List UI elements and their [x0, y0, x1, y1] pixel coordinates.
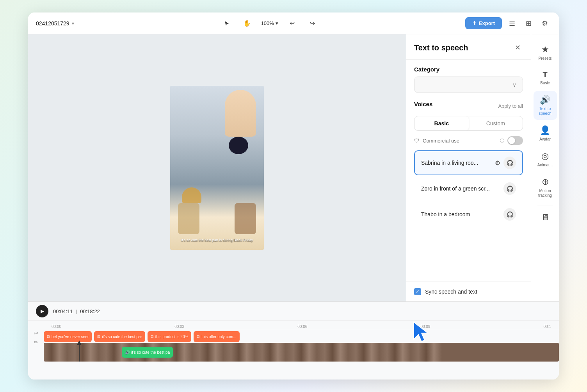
zoom-selector[interactable]: 100% ▾: [261, 20, 278, 26]
crop-icon[interactable]: ✂: [34, 330, 38, 336]
sync-row: ✓ Sync speech and text: [406, 282, 531, 301]
chip-text: this product is 20%: [155, 335, 189, 339]
tune-icon[interactable]: ⚙: [495, 159, 500, 167]
settings-button[interactable]: ⚙: [539, 17, 551, 30]
sidebar-item-animate[interactable]: ◎ Animat...: [534, 147, 557, 171]
commercial-row: 🛡 Commercial use ⓘ: [414, 136, 523, 145]
tts-panel-title: Text to speech: [414, 43, 468, 52]
sidebar-item-motion-tracking[interactable]: ⊕ Motiontracking: [534, 173, 557, 202]
project-title[interactable]: 02412051729 ▾: [36, 20, 74, 27]
subtitle-chip[interactable]: ⊡ bet you've never seer: [44, 331, 92, 342]
voice-item[interactable]: Sabrina in a living roo... ⚙ 🎧: [414, 150, 523, 175]
play-button[interactable]: ▶: [36, 305, 48, 317]
voice-name: Thabo in a bedroom: [421, 211, 470, 217]
tts-chip[interactable]: 🔊 it's so cute the best pa: [122, 347, 173, 358]
select-tool-button[interactable]: [221, 17, 233, 30]
sidebar-item-label: Basic: [540, 81, 550, 86]
export-button[interactable]: ⬆ Export: [465, 17, 502, 29]
sidebar-item-label: Presets: [539, 56, 552, 61]
apply-all-button[interactable]: Apply to all: [498, 103, 523, 109]
ruler-mark: 00:1: [544, 324, 551, 329]
commercial-label: Commercial use: [423, 138, 497, 144]
video-subtitle: It's so cute the best part is during Bla…: [181, 238, 253, 242]
voice-item[interactable]: Zoro in front of a green scr... 🎧: [414, 176, 523, 201]
tts-panel-header: Text to speech ✕: [406, 34, 531, 60]
subtitle-chip[interactable]: ⊡ it's so cute the best par: [94, 331, 145, 342]
text-to-speech-icon: 🔊: [540, 95, 550, 105]
header-right: ⬆ Export ☰ ⊞ ⚙: [465, 17, 551, 30]
voices-header: Voices Apply to all: [414, 101, 523, 111]
voices-tabs: Basic Custom: [414, 116, 523, 131]
sidebar-item-monitor[interactable]: 🖥: [534, 208, 557, 226]
voice-name: Zoro in front of a green scr...: [421, 185, 490, 192]
sidebar-item-label: Animat...: [537, 163, 553, 167]
subtitle-chip[interactable]: ⊡ this product is 20%: [148, 331, 192, 342]
category-dropdown[interactable]: ∨: [414, 77, 523, 93]
voices-label: Voices: [414, 101, 432, 107]
tab-basic[interactable]: Basic: [414, 116, 469, 130]
sync-checkbox[interactable]: ✓: [414, 288, 421, 295]
voice-name: Sabrina in a living roo...: [421, 160, 478, 166]
video-preview: It's so cute the best part is during Bla…: [170, 86, 264, 250]
tts-chip-text: it's so cute the best pa: [131, 350, 170, 355]
cylinder-right-decoration: [235, 203, 256, 234]
caption-icon: ⊡: [197, 335, 200, 339]
voice-play-button[interactable]: 🎧: [503, 182, 516, 195]
tts-panel: Text to speech ✕ Category ∨ Voices Apply…: [406, 34, 531, 301]
sidebar-item-text-to-speech[interactable]: 🔊 Text tospeech: [534, 91, 557, 120]
commercial-toggle[interactable]: [507, 136, 523, 145]
sync-label: Sync speech and text: [425, 289, 477, 295]
chip-text: bet you've never seer: [52, 335, 89, 339]
tab-custom[interactable]: Custom: [469, 116, 523, 130]
timeline-controls: ▶ 00:04:11 | 00:18:22: [28, 302, 559, 321]
current-time: 00:04:11: [53, 308, 73, 314]
hand-tool-button[interactable]: ✋: [241, 17, 253, 30]
presets-icon: ★: [541, 45, 549, 55]
cylinder-left-decoration: [178, 203, 199, 234]
tts-body: Category ∨ Voices Apply to all Basic Cus…: [406, 60, 531, 282]
sidebar-item-avatar[interactable]: 👤 Avatar: [534, 121, 557, 146]
time-separator: |: [76, 308, 78, 314]
avatar-icon: 👤: [540, 125, 550, 135]
undo-button[interactable]: ↩: [286, 17, 299, 30]
caption-icon: ⊡: [47, 335, 50, 339]
info-icon[interactable]: ⓘ: [500, 138, 504, 144]
voice-controls: 🎧: [503, 208, 516, 221]
burger-decoration: [182, 187, 201, 203]
subtitle-chip[interactable]: ⊡ this offer only com...: [194, 331, 239, 342]
edit-icon[interactable]: ✏: [34, 339, 38, 345]
chip-text: this offer only com...: [201, 335, 236, 339]
ruler-line: [52, 330, 559, 330]
bear-decoration: [229, 137, 248, 154]
animate-icon: ◎: [541, 151, 549, 161]
ruler-labels: 00:00 00:03 00:06 00:09 00:1: [52, 324, 551, 329]
toggle-knob: [508, 137, 515, 144]
caption-icon: ⊡: [97, 335, 100, 339]
sidebar-icons: ★ Presets T Basic 🔊 Text tospeech 👤 Avat…: [531, 34, 559, 301]
main-area: It's so cute the best part is during Bla…: [28, 34, 559, 301]
ruler-mark: 00:09: [420, 324, 430, 329]
ruler-mark: 00:03: [174, 324, 184, 329]
motion-tracking-icon: ⊕: [542, 177, 549, 187]
timeline-ruler: 00:00 00:03 00:06 00:09 00:1: [44, 321, 559, 330]
category-label: Category: [414, 66, 523, 73]
close-button[interactable]: ✕: [512, 42, 523, 53]
voice-play-button[interactable]: 🎧: [503, 208, 516, 221]
voice-controls: 🎧: [503, 182, 516, 195]
playhead: [79, 343, 80, 362]
tts-chip-icon: 🔊: [125, 350, 130, 355]
zoom-value: 100%: [261, 20, 274, 26]
toolbar: ✋ 100% ▾ ↩ ↪: [79, 17, 461, 30]
voice-play-button[interactable]: 🎧: [503, 157, 516, 169]
layout-split-button[interactable]: ⊞: [522, 17, 535, 30]
redo-button[interactable]: ↪: [306, 17, 319, 30]
sidebar-item-presets[interactable]: ★ Presets: [534, 41, 557, 65]
layout-list-button[interactable]: ☰: [506, 17, 518, 30]
voice-item[interactable]: Thabo in a bedroom 🎧: [414, 202, 523, 227]
sidebar-divider: [537, 205, 553, 205]
basic-icon: T: [543, 70, 547, 79]
video-filmstrip: [44, 343, 559, 362]
sidebar-item-basic[interactable]: T Basic: [534, 66, 557, 89]
hand-decoration: [225, 90, 256, 137]
chip-text: it's so cute the best par: [102, 335, 142, 339]
